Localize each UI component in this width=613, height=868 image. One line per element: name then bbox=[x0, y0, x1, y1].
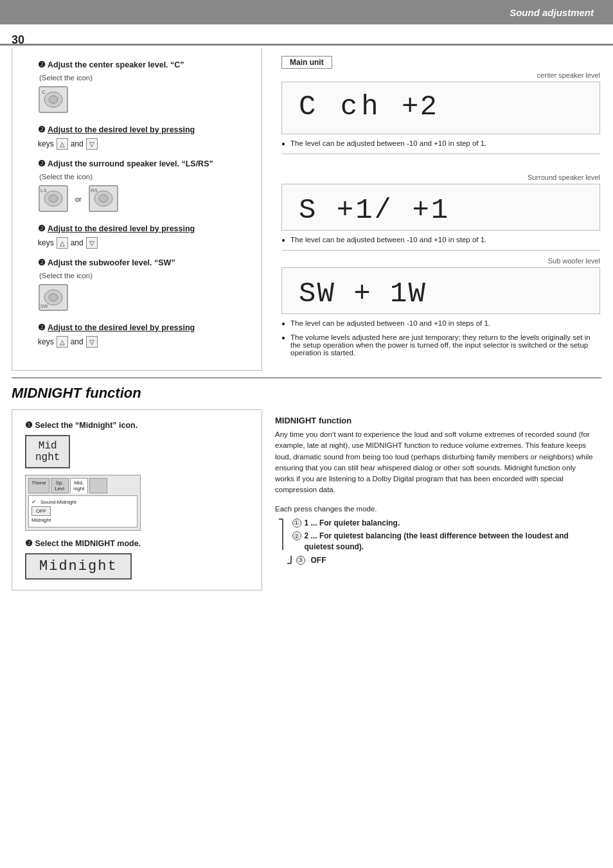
midnight-section-title: MIDNIGHT function bbox=[12, 385, 601, 402]
mode-text-2: 2 ... For quietest balancing (the least … bbox=[305, 531, 595, 553]
mode-num-3: ③ bbox=[296, 556, 305, 565]
left-column: ❷ Adjust the center speaker level. “C” (… bbox=[12, 48, 262, 371]
menu-content-area: ✓ Sound-Midnight OFF Midnight bbox=[28, 495, 138, 527]
svg-text:S +1/  +1: S +1/ +1 bbox=[299, 194, 450, 223]
right-column: Main unit center speaker level C ch +2 T… bbox=[269, 48, 613, 371]
each-press-text: Each press changes the mode. bbox=[275, 505, 595, 513]
surround-note: The level can be adjusted between -10 an… bbox=[281, 236, 600, 244]
menu-off-row: OFF bbox=[31, 506, 134, 516]
sw-icon-area: SW bbox=[38, 283, 249, 314]
page-number: 30 bbox=[12, 33, 24, 47]
mode-item-3: ③ OFF bbox=[283, 555, 595, 566]
key-up-2[interactable]: △ bbox=[57, 237, 68, 249]
midnight-func-body: Any time you don’t want to experience th… bbox=[275, 429, 595, 496]
spacer-1 bbox=[281, 161, 600, 173]
svg-point-2 bbox=[49, 96, 58, 103]
step-adjust-keys-1-label: ❷ Adjust to the desired level by pressin… bbox=[38, 125, 249, 136]
menu-tab-midnight[interactable]: Mid.night bbox=[70, 478, 88, 493]
step-center-label: ❷ Adjust the center speaker level. “C” bbox=[38, 60, 249, 71]
top-rule bbox=[0, 44, 613, 46]
mode-text-3: OFF bbox=[311, 555, 326, 566]
svg-text:LS: LS bbox=[40, 188, 47, 193]
rs-icon-container: RS bbox=[88, 184, 119, 215]
volume-note: The volume levels adjusted here are just… bbox=[281, 333, 600, 357]
key-down-1[interactable]: ▽ bbox=[86, 138, 98, 150]
key-down-3[interactable]: ▽ bbox=[86, 336, 98, 348]
ls-icon-container: LS bbox=[38, 184, 69, 215]
main-content: ❷ Adjust the center speaker level. “C” (… bbox=[0, 48, 613, 590]
center-speaker-level-label: center speaker level bbox=[281, 71, 600, 79]
midnight-section: MIDNIGHT function ❶ Select the “Midnight… bbox=[0, 385, 613, 590]
step-adjust-keys-2: ❷ Adjust to the desired level by pressin… bbox=[38, 224, 249, 249]
svg-text:C ch: C ch bbox=[299, 91, 382, 121]
keys-row-2: keys △ and ▽ bbox=[38, 237, 249, 249]
center-note: The level can be adjusted between -10 an… bbox=[281, 139, 600, 147]
mode-item-2: ② 2 ... For quietest balancing (the leas… bbox=[292, 531, 595, 553]
midnight-func-title: MIDNIGHT function bbox=[275, 416, 595, 425]
svg-text:+2: +2 bbox=[402, 91, 438, 121]
step-center-sublabel: (Select the icon) bbox=[39, 74, 249, 82]
key-down-2[interactable]: ▽ bbox=[86, 237, 98, 249]
surround-display-svg: S +1/ +1 bbox=[292, 190, 472, 223]
surround-display: S +1/ +1 bbox=[281, 184, 600, 231]
menu-check-row: ✓ Sound-Midnight bbox=[31, 499, 134, 505]
midnight-icon-display-box: Mid nght bbox=[25, 435, 70, 468]
step-surround-label: ❷ Adjust the surround speaker level. “LS… bbox=[38, 159, 249, 170]
menu-mockup: Thone Sp.Levl Mid.night ✓ Sound-Midnight… bbox=[25, 475, 141, 531]
midnight-left: ❶ Select the “Midnight” icon. Mid nght T… bbox=[12, 409, 262, 590]
key-up-1[interactable]: △ bbox=[57, 138, 68, 150]
midnight-content: ❶ Select the “Midnight” icon. Mid nght T… bbox=[12, 409, 601, 590]
center-display: C ch +2 bbox=[281, 82, 600, 134]
step-subwoofer: ❷ Adjust the subwoofer level. “SW” (Sele… bbox=[38, 258, 249, 314]
menu-content-label: Sound-Midnight bbox=[40, 499, 76, 505]
rs-speaker-svg: RS bbox=[88, 184, 119, 213]
top-section: ❷ Adjust the center speaker level. “C” (… bbox=[0, 48, 613, 371]
key-up-3[interactable]: △ bbox=[57, 336, 68, 348]
menu-check-icon: ✓ bbox=[31, 499, 37, 505]
mode3-bracket-svg bbox=[283, 556, 294, 565]
subwoofer-note: The level can be adjusted between -10 an… bbox=[281, 319, 600, 327]
keys-row-3: keys △ and ▽ bbox=[38, 336, 249, 348]
mode-text-1: 1 ... For quieter balancing. bbox=[305, 518, 400, 529]
svg-text:C: C bbox=[42, 89, 46, 95]
surround-level-label: Surround speaker level bbox=[281, 173, 600, 181]
svg-point-10 bbox=[99, 195, 108, 202]
header-title: Sound adjustment bbox=[510, 7, 594, 18]
mode-list: ① 1 ... For quieter balancing. ② 2 ... F… bbox=[292, 518, 595, 569]
center-speaker-icon-area: C bbox=[38, 85, 249, 116]
midnight-step2-label: ❷ Select the MIDNIGHT mode. bbox=[25, 538, 249, 548]
step-adjust-keys-2-label: ❷ Adjust to the desired level by pressin… bbox=[38, 224, 249, 235]
mode-list-container: ① 1 ... For quieter balancing. ② 2 ... F… bbox=[275, 518, 595, 569]
bracket-svg bbox=[275, 518, 283, 562]
main-unit-label: Main unit bbox=[281, 56, 332, 69]
step-surround-speaker: ❷ Adjust the surround speaker level. “LS… bbox=[38, 159, 249, 215]
menu-tab-thone[interactable]: Thone bbox=[28, 478, 49, 493]
ls-speaker-svg: LS bbox=[38, 184, 69, 213]
svg-text:SW: SW bbox=[40, 304, 48, 308]
sw-display-svg: SW + 1W bbox=[292, 273, 472, 306]
mode-item-1: ① 1 ... For quieter balancing. bbox=[292, 518, 595, 529]
menu-tab-sp-levl[interactable]: Sp.Levl bbox=[51, 478, 69, 493]
or-text: or bbox=[75, 195, 82, 203]
menu-sub-label: Midnight bbox=[31, 517, 51, 523]
step-surround-sublabel: (Select the icon) bbox=[39, 173, 249, 181]
svg-text:SW  + 1W: SW + 1W bbox=[299, 278, 427, 306]
keys-row-1: keys △ and ▽ bbox=[38, 138, 249, 150]
mode-num-2: ② bbox=[292, 531, 301, 540]
divider-2 bbox=[281, 250, 600, 251]
midnight-step1-label: ❶ Select the “Midnight” icon. bbox=[25, 420, 249, 430]
page-header: Sound adjustment bbox=[0, 0, 613, 24]
step-center-speaker: ❷ Adjust the center speaker level. “C” (… bbox=[38, 60, 249, 116]
midnight-icon-text: Mid nght bbox=[25, 435, 70, 468]
midnight-top-rule bbox=[12, 377, 601, 378]
mode-num-1: ① bbox=[292, 518, 301, 527]
svg-point-6 bbox=[49, 195, 58, 202]
menu-off-button[interactable]: OFF bbox=[31, 506, 51, 516]
step-adjust-keys-3-label: ❷ Adjust to the desired level by pressin… bbox=[38, 323, 249, 334]
sw-speaker-svg: SW bbox=[38, 283, 69, 312]
step-adjust-keys-1: ❷ Adjust to the desired level by pressin… bbox=[38, 125, 249, 150]
svg-text:RS: RS bbox=[91, 188, 98, 193]
step-subwoofer-sublabel: (Select the icon) bbox=[39, 272, 249, 279]
step-adjust-keys-3: ❷ Adjust to the desired level by pressin… bbox=[38, 323, 249, 348]
midnight-mode-display: Midnight bbox=[25, 553, 132, 580]
